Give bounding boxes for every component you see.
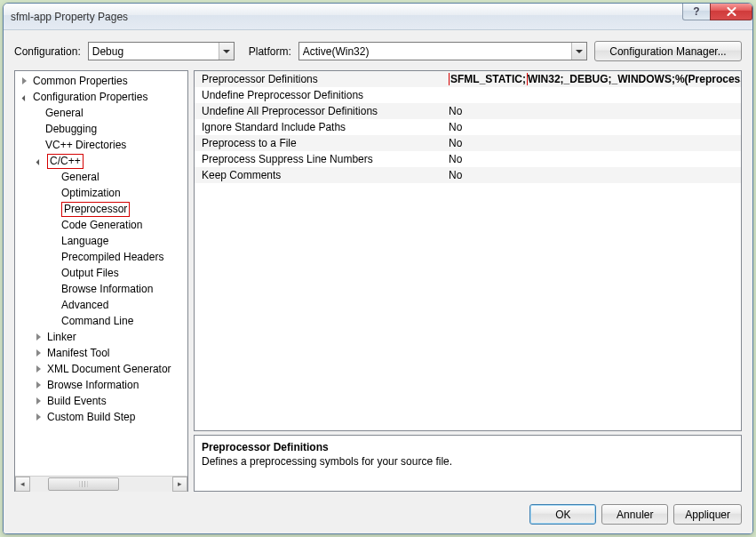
- collapse-icon: [24, 91, 28, 103]
- grid-value: No: [443, 105, 741, 117]
- tree-item-general[interactable]: General: [15, 105, 187, 121]
- scroll-left-button[interactable]: ◂: [15, 477, 30, 492]
- chevron-down-icon: [571, 43, 586, 60]
- window-title: sfml-app Property Pages: [11, 11, 128, 23]
- grid-value: No: [443, 153, 741, 165]
- grid-row-undefine-preprocessor[interactable]: Undefine Preprocessor Definitions: [195, 87, 741, 103]
- cancel-button[interactable]: Annuler: [601, 504, 668, 525]
- apply-button[interactable]: Appliquer: [673, 504, 742, 525]
- grid-label: Undefine All Preprocessor Definitions: [195, 105, 443, 117]
- window-buttons: ?: [683, 3, 752, 20]
- description-title: Preprocessor Definitions: [202, 441, 734, 453]
- grid-row-undefine-all[interactable]: Undefine All Preprocessor Definitions No: [195, 103, 741, 119]
- tree-item-custom-build-step[interactable]: Custom Build Step: [15, 409, 187, 425]
- tree-item-common-properties[interactable]: Common Properties: [15, 73, 187, 89]
- tree-item-build-events[interactable]: Build Events: [15, 393, 187, 409]
- titlebar[interactable]: sfml-app Property Pages ?: [4, 4, 752, 30]
- tree-item-configuration-properties[interactable]: Configuration Properties: [15, 89, 187, 105]
- tree-horizontal-scrollbar[interactable]: ◂ ▸: [15, 476, 187, 491]
- grid-label: Ignore Standard Include Paths: [195, 121, 443, 133]
- properties-panel: Preprocessor Definitions SFML_STATIC;WIN…: [194, 70, 742, 492]
- triangle-left-icon: ◂: [20, 479, 25, 488]
- description-panel: Preprocessor Definitions Defines a prepr…: [194, 435, 742, 492]
- tree-item-cc-optimization[interactable]: Optimization: [15, 185, 187, 201]
- collapse-icon: [38, 155, 43, 167]
- config-row: Configuration: Debug Platform: Active(Wi…: [14, 41, 742, 61]
- tree-item-manifest-tool[interactable]: Manifest Tool: [15, 345, 187, 361]
- platform-dropdown[interactable]: Active(Win32): [298, 42, 587, 60]
- close-button[interactable]: [710, 3, 752, 20]
- tree-item-vc-directories[interactable]: VC++ Directories: [15, 137, 187, 153]
- property-grid[interactable]: Preprocessor Definitions SFML_STATIC;WIN…: [194, 70, 742, 431]
- expand-icon: [36, 331, 44, 343]
- description-text: Defines a preprocessing symbols for your…: [202, 455, 734, 468]
- tree-item-cc-language[interactable]: Language: [15, 233, 187, 249]
- platform-label: Platform:: [249, 45, 291, 58]
- chevron-down-icon: [219, 43, 234, 60]
- expand-icon: [36, 363, 44, 375]
- tree-item-browse-information[interactable]: Browse Information: [15, 377, 187, 393]
- tree-item-cc-cmdline[interactable]: Command Line: [15, 313, 187, 329]
- grid-label: Undefine Preprocessor Definitions: [195, 89, 443, 101]
- grid-label: Preprocessor Definitions: [195, 73, 443, 85]
- grid-row-preprocess-file[interactable]: Preprocess to a File No: [195, 135, 741, 151]
- grid-row-ignore-std-include[interactable]: Ignore Standard Include Paths No: [195, 119, 741, 135]
- property-pages-dialog: sfml-app Property Pages ? Configuration:…: [3, 3, 753, 534]
- nav-tree: Common Properties Configuration Properti…: [14, 70, 188, 492]
- expand-icon: [36, 347, 44, 359]
- tree-item-linker[interactable]: Linker: [15, 329, 187, 345]
- grid-row-preprocessor-definitions[interactable]: Preprocessor Definitions SFML_STATIC;WIN…: [195, 71, 741, 87]
- grid-label: Keep Comments: [195, 169, 443, 181]
- close-icon: [727, 7, 736, 16]
- configuration-label: Configuration:: [14, 45, 81, 58]
- configuration-dropdown[interactable]: Debug: [88, 42, 235, 60]
- scroll-right-button[interactable]: ▸: [172, 477, 187, 492]
- tree-item-cc-output[interactable]: Output Files: [15, 265, 187, 281]
- dialog-buttons: OK Annuler Appliquer: [14, 501, 742, 525]
- scroll-track[interactable]: [30, 477, 172, 492]
- grid-value: No: [443, 137, 741, 149]
- tree-item-cc-codegen[interactable]: Code Generation: [15, 217, 187, 233]
- configuration-manager-button[interactable]: Configuration Manager...: [594, 41, 742, 61]
- scroll-thumb[interactable]: [48, 477, 119, 491]
- grid-row-keep-comments[interactable]: Keep Comments No: [195, 167, 741, 183]
- dialog-body: Configuration: Debug Platform: Active(Wi…: [4, 30, 752, 533]
- expand-icon: [36, 379, 44, 391]
- expand-icon: [36, 411, 44, 423]
- tree-item-cc-advanced[interactable]: Advanced: [15, 297, 187, 313]
- expand-icon: [36, 395, 44, 407]
- grid-value: SFML_STATIC;WIN32;_DEBUG;_WINDOWS;%(Prep…: [443, 73, 741, 85]
- tree-item-xml-doc-generator[interactable]: XML Document Generator: [15, 361, 187, 377]
- tree-item-c-cpp[interactable]: C/C++: [15, 153, 187, 169]
- triangle-right-icon: ▸: [178, 479, 182, 488]
- tree-item-cc-browse[interactable]: Browse Information: [15, 281, 187, 297]
- expand-icon: [22, 75, 30, 87]
- grid-value: No: [443, 121, 741, 133]
- help-button[interactable]: ?: [682, 3, 711, 20]
- tree-item-cc-pch[interactable]: Precompiled Headers: [15, 249, 187, 265]
- tree-item-debugging[interactable]: Debugging: [15, 121, 187, 137]
- tree-item-cc-preprocessor[interactable]: Preprocessor: [15, 201, 187, 217]
- grid-label: Preprocess Suppress Line Numbers: [195, 153, 443, 165]
- tree-item-cc-general[interactable]: General: [15, 169, 187, 185]
- configuration-value: Debug: [92, 45, 123, 58]
- platform-value: Active(Win32): [303, 45, 370, 58]
- main-area: Common Properties Configuration Properti…: [14, 70, 742, 492]
- grid-row-suppress-line-numbers[interactable]: Preprocess Suppress Line Numbers No: [195, 151, 741, 167]
- tree-list[interactable]: Common Properties Configuration Properti…: [15, 71, 187, 476]
- grid-value: No: [443, 169, 741, 181]
- grid-label: Preprocess to a File: [195, 137, 443, 149]
- ok-button[interactable]: OK: [529, 504, 596, 525]
